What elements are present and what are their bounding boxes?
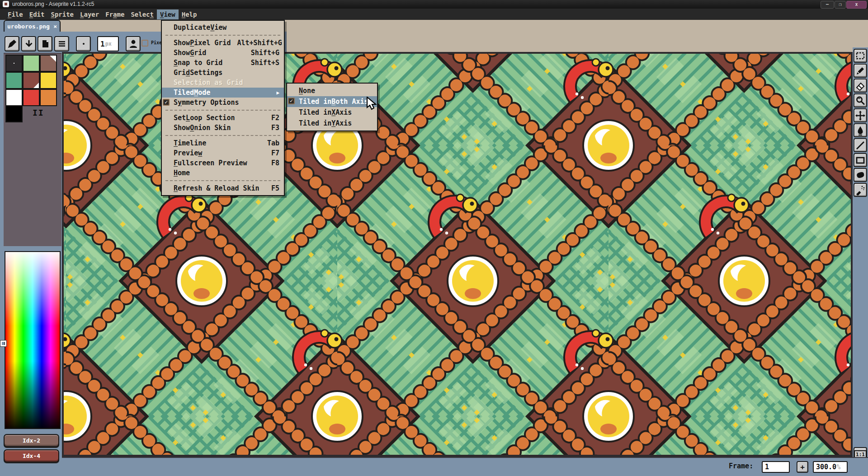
marquee-icon	[855, 51, 866, 61]
menu-shortcut: Tab	[261, 139, 279, 147]
menu-item-tiled-none[interactable]: None	[287, 85, 377, 96]
menu-item-duplicate-view[interactable]: Duplicate View	[162, 23, 284, 33]
mouse-cursor	[366, 97, 378, 112]
palette-swatch-6[interactable]	[5, 89, 23, 106]
menu-shortcut: F7	[265, 149, 279, 157]
person-icon	[128, 38, 139, 49]
menu-item-tiled-mode[interactable]: Tiled Mode▶	[162, 88, 284, 98]
menu-item-set-loop-section[interactable]: Set Loop SectionF2	[162, 113, 284, 123]
zoom-level-unit: %	[836, 463, 840, 471]
spray-icon	[855, 185, 866, 196]
palette-swatch-black[interactable]	[5, 105, 23, 122]
index-button-idx4[interactable]: Idx-4	[4, 449, 59, 462]
pixel-perfect-checkbox[interactable]	[142, 40, 148, 47]
pause-mark: II	[33, 108, 44, 117]
checkbox-checked-icon: ✓	[288, 98, 295, 104]
menu-item-preview[interactable]: PreviewF7	[162, 148, 284, 158]
menu-item-show-pixel-grid[interactable]: Show Pixel GridAlt+Shift+G	[162, 38, 284, 48]
menu-item-symmetry-options[interactable]: ✓Symmetry Options	[162, 98, 284, 107]
palette-swatch-3[interactable]	[5, 72, 23, 89]
frame-number-input[interactable]: 1	[762, 461, 790, 473]
tool-line[interactable]	[854, 138, 867, 152]
frame-plus-button[interactable]: +	[797, 461, 808, 473]
menu-item-home[interactable]: Home	[162, 168, 284, 178]
document-icon	[40, 38, 51, 49]
menubar-item-help[interactable]: Help	[179, 9, 200, 19]
palette-swatch-4[interactable]	[23, 72, 40, 89]
menu-item-refresh-reload-skin[interactable]: Refresh & Reload SkinF5	[162, 183, 284, 193]
color-picker-marker[interactable]	[0, 341, 6, 346]
menu-item-snap-to-grid[interactable]: Snap to GridShift+S	[162, 58, 284, 68]
palette-swatch-0[interactable]	[5, 55, 23, 72]
tool-move[interactable]	[854, 108, 867, 122]
menubar-item-frame[interactable]: Frame	[102, 9, 127, 19]
brush-dot-button[interactable]	[76, 36, 91, 51]
menu-item-show-grid[interactable]: Show GridShift+G	[162, 48, 284, 58]
titlebar: uroboros.png - Aseprite v1.1.2-rc5 – ❐ x	[0, 0, 868, 9]
window-title: uroboros.png - Aseprite v1.1.2-rc5	[12, 1, 94, 7]
pencil-icon	[855, 65, 866, 76]
list-icon	[57, 38, 67, 49]
index-button-idx2[interactable]: Idx-2	[4, 434, 59, 447]
menu-item-tiled-y[interactable]: Tiled in Y Axis	[287, 118, 377, 129]
palette-button-arrow-down[interactable]	[21, 36, 36, 51]
line-icon	[855, 140, 866, 151]
rectangle-icon	[855, 155, 866, 166]
palette-swatch-7[interactable]	[23, 89, 40, 106]
restore-button[interactable]: ❐	[835, 1, 846, 9]
submenu-arrow-icon: ▶	[276, 90, 279, 96]
menu-shortcut: Alt+Shift+G	[231, 39, 282, 47]
menu-item-timeline[interactable]: TimelineTab	[162, 138, 284, 148]
zoom-level-value: 300.0	[816, 463, 836, 471]
tool-paint-bucket[interactable]	[854, 123, 867, 137]
menu-shortcut: Shift+G	[245, 49, 279, 57]
tool-zoom[interactable]	[854, 93, 867, 107]
zoom-level-input[interactable]: 300.0 %	[813, 461, 848, 473]
close-button[interactable]: x	[846, 1, 867, 9]
palette-swatch-5[interactable]	[40, 72, 57, 89]
menubar-item-file[interactable]: File	[5, 9, 26, 19]
tool-contour[interactable]	[854, 168, 867, 182]
menu-item-tiled-both[interactable]: ✓Tiled in Both Axis	[287, 96, 377, 107]
palette-swatch-2[interactable]	[40, 55, 57, 72]
menubar-item-view[interactable]: View	[157, 9, 179, 19]
move-icon	[855, 110, 866, 121]
tool-pencil[interactable]	[854, 64, 867, 78]
tool-rectangular-marquee[interactable]	[854, 49, 867, 63]
menu-separator	[162, 107, 284, 113]
menu-shortcut: F5	[265, 184, 279, 192]
palette-button-pen[interactable]	[5, 36, 19, 51]
menu-shortcut: F2	[265, 114, 279, 122]
tab-label: uroboros.png	[7, 23, 50, 30]
tool-spray[interactable]	[854, 183, 867, 197]
menu-item-selection-as-grid: Selection as Grid	[162, 78, 284, 88]
tab-uroboros[interactable]: uroboros.png ×	[4, 20, 61, 32]
tool-eraser[interactable]	[854, 79, 867, 93]
eraser-icon	[855, 80, 866, 91]
brush-size-input[interactable]: 1 px	[97, 36, 119, 51]
palette-swatch-8[interactable]	[40, 89, 57, 106]
menu-shortcut: Shift+S	[245, 59, 279, 67]
brush-size-value: 1	[100, 40, 105, 48]
frame-label: Frame:	[729, 462, 753, 470]
menu-item-fullscreen-preview[interactable]: Fullscreen PreviewF8	[162, 158, 284, 168]
palette-button-document[interactable]	[38, 36, 52, 51]
dot-icon	[78, 38, 89, 49]
tab-strip	[0, 20, 868, 32]
palette-button-list[interactable]	[54, 36, 69, 51]
ink-person-button[interactable]	[126, 36, 141, 51]
tiled-mode-submenu: None✓Tiled in Both AxisTiled in X AxisTi…	[286, 83, 378, 131]
menu-item-grid-settings[interactable]: Grid Settings	[162, 68, 284, 78]
menubar-item-layer[interactable]: Layer	[77, 9, 102, 19]
menubar-item-sprite[interactable]: Sprite	[47, 9, 77, 19]
minimize-button[interactable]: –	[821, 1, 834, 9]
palette-swatch-1[interactable]	[23, 55, 40, 72]
menubar-item-select[interactable]: Select	[127, 9, 157, 19]
menu-shortcut: F3	[265, 124, 279, 132]
menu-item-tiled-x[interactable]: Tiled in X Axis	[287, 107, 377, 118]
tab-close-icon[interactable]: ×	[53, 23, 57, 30]
tool-rectangle[interactable]	[854, 153, 867, 167]
menubar-item-edit[interactable]: Edit	[26, 9, 48, 19]
color-spectrum-picker[interactable]	[5, 251, 61, 429]
menu-item-show-onion-skin[interactable]: Show Onion SkinF3	[162, 123, 284, 133]
